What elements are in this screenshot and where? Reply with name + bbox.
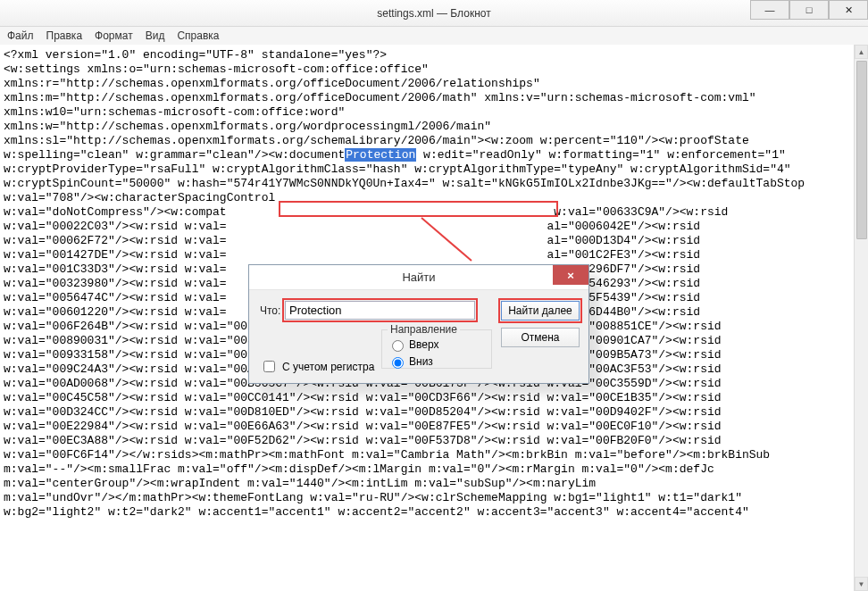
window-controls: — □ ✕ bbox=[750, 0, 868, 20]
text-selection: Protection bbox=[345, 148, 416, 162]
editor-line: xmlns:sl="http://schemas.openxmlformats.… bbox=[4, 134, 852, 148]
editor-line: w:spelling="clean" w:grammar="clean"/><w… bbox=[4, 148, 852, 162]
window-titlebar: settings.xml — Блокнот — □ ✕ bbox=[0, 0, 868, 27]
editor-line: w:val="00062F72"/><w:rsid w:val= al="000… bbox=[4, 234, 852, 248]
editor-line: w:val="00D324CC"/><w:rsid w:val="00D810E… bbox=[4, 405, 852, 420]
editor-line: xmlns:r="http://schemas.openxmlformats.o… bbox=[4, 77, 852, 91]
scroll-up-icon[interactable]: ▲ bbox=[855, 45, 868, 59]
menu-edit[interactable]: Правка bbox=[46, 29, 83, 42]
menubar: Файл Правка Формат Вид Справка bbox=[0, 27, 868, 45]
editor-line: w:val="00C45C58"/><w:rsid w:val="00CC014… bbox=[4, 391, 852, 405]
editor-line: xmlns:m="http://schemas.openxmlformats.o… bbox=[4, 91, 852, 105]
minimize-button[interactable]: — bbox=[750, 0, 789, 20]
find-dialog-title: Найти bbox=[402, 271, 435, 284]
direction-down-radio[interactable]: Вниз bbox=[388, 354, 433, 369]
find-dialog: Найти × Что: Найти далее Отмена Направле… bbox=[248, 264, 589, 384]
editor-line: w:val="00022C03"/><w:rsid w:val= al="000… bbox=[4, 220, 852, 234]
find-dialog-body: Что: Найти далее Отмена Направление Ввер… bbox=[249, 290, 588, 327]
menu-help[interactable]: Справка bbox=[177, 29, 219, 42]
match-case-checkbox[interactable]: С учетом регистра bbox=[260, 358, 374, 375]
editor-line: w:val="00FC6F14"/></w:rsids><m:mathPr><m… bbox=[4, 448, 852, 462]
find-what-label: Что: bbox=[260, 304, 285, 317]
editor-line: <w:settings xmlns:o="urn:schemas-microso… bbox=[4, 62, 852, 77]
editor-line: m:val="centerGroup"/><m:wrapIndent m:val… bbox=[4, 477, 852, 491]
cancel-button[interactable]: Отмена bbox=[501, 328, 580, 347]
close-button[interactable]: ✕ bbox=[829, 0, 868, 20]
editor-line: w:cryptProviderType="rsaFull" w:cryptAlg… bbox=[4, 162, 852, 177]
editor-line: w:bg2="light2" w:t2="dark2" w:accent1="a… bbox=[4, 505, 852, 520]
direction-label: Направление bbox=[388, 323, 460, 336]
editor-line: w:cryptSpinCount="50000" w:hash="574r41Y… bbox=[4, 177, 852, 191]
menu-format[interactable]: Формат bbox=[95, 29, 133, 42]
find-next-button[interactable]: Найти далее bbox=[501, 301, 580, 320]
direction-group: Направление Вверх Вниз bbox=[381, 329, 492, 369]
scroll-thumb[interactable] bbox=[856, 61, 867, 239]
find-dialog-titlebar[interactable]: Найти × bbox=[249, 265, 588, 290]
direction-up-radio[interactable]: Вверх bbox=[388, 337, 438, 352]
editor-area: <?xml version="1.0" encoding="UTF-8" sta… bbox=[0, 45, 868, 591]
editor-line: xmlns:w="http://schemas.openxmlformats.o… bbox=[4, 120, 852, 134]
maximize-button[interactable]: □ bbox=[789, 0, 829, 20]
editor-line: m:val="--"/><m:smallFrac m:val="off"/><m… bbox=[4, 462, 852, 477]
editor-line: w:val="708"/><w:characterSpacingControl bbox=[4, 191, 852, 205]
find-input[interactable] bbox=[285, 301, 475, 320]
vertical-scrollbar[interactable]: ▲ ▼ bbox=[854, 45, 868, 591]
editor-line: m:val="undOvr"/></m:mathPr><w:themeFontL… bbox=[4, 491, 852, 505]
editor-line: w:val="00E22984"/><w:rsid w:val="00E66A6… bbox=[4, 420, 852, 434]
editor-line: w:val="001427DE"/><w:rsid w:val= al="001… bbox=[4, 248, 852, 262]
editor-line: <?xml version="1.0" encoding="UTF-8" sta… bbox=[4, 48, 852, 62]
editor-line: xmlns:w10="urn:schemas-microsoft-com:off… bbox=[4, 105, 852, 120]
editor-line: w:val="doNotCompress"/><w:compat w:val="… bbox=[4, 205, 852, 220]
find-dialog-close-icon[interactable]: × bbox=[553, 265, 588, 285]
window-title: settings.xml — Блокнот bbox=[377, 7, 490, 20]
menu-file[interactable]: Файл bbox=[7, 29, 34, 42]
scroll-down-icon[interactable]: ▼ bbox=[855, 577, 868, 591]
menu-view[interactable]: Вид bbox=[146, 29, 165, 42]
editor-line: w:val="00EC3A88"/><w:rsid w:val="00F52D6… bbox=[4, 434, 852, 448]
